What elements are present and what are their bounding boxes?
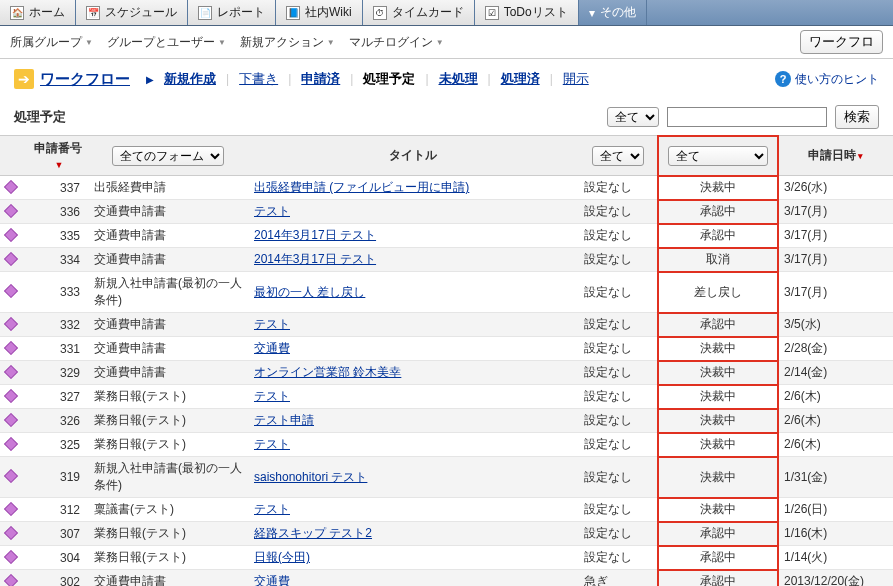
bullet-icon (4, 525, 18, 539)
table-row[interactable]: 312稟議書(テスト)テスト設定なし決裁中1/26(日) (0, 498, 893, 522)
row-title-link[interactable]: 交通費 (254, 574, 290, 586)
row-icon-cell (0, 248, 28, 272)
wf-menu-link[interactable]: 下書き (239, 70, 278, 88)
table-row[interactable]: 337出張経費申請出張経費申請 (ファイルビュー用に申請)設定なし決裁中3/26… (0, 176, 893, 200)
row-icon-cell (0, 337, 28, 361)
search-input[interactable] (667, 107, 827, 127)
row-title-link[interactable]: テスト申請 (254, 413, 314, 427)
table-row[interactable]: 326業務日報(テスト)テスト申請設定なし決裁中2/6(木) (0, 409, 893, 433)
table-row[interactable]: 302交通費申請書交通費急ぎ承認中2013/12/20(金) (0, 570, 893, 587)
row-number: 329 (28, 361, 88, 385)
row-title-link[interactable]: テスト (254, 204, 290, 218)
row-form: 交通費申請書 (88, 248, 248, 272)
row-form: 交通費申請書 (88, 361, 248, 385)
app-icon: ⏱ (373, 6, 387, 20)
app-icon: 📄 (198, 6, 212, 20)
status-filter-select[interactable]: 全て (668, 146, 768, 166)
nav-tab[interactable]: ☑ToDoリスト (475, 0, 579, 25)
row-date: 2/28(金) (778, 337, 893, 361)
col-setting[interactable]: 全て (578, 136, 658, 176)
nav-tab[interactable]: ▾その他 (579, 0, 647, 25)
setting-filter-select[interactable]: 全て (592, 146, 644, 166)
nav-tab[interactable]: ⏱タイムカード (363, 0, 475, 25)
table-row[interactable]: 329交通費申請書オンライン営業部 鈴木美幸設定なし決裁中2/14(金) (0, 361, 893, 385)
row-form: 業務日報(テスト) (88, 385, 248, 409)
wf-menu-link[interactable]: 処理済 (501, 70, 540, 88)
row-title-link[interactable]: オンライン営業部 鈴木美幸 (254, 365, 401, 379)
row-setting: 設定なし (578, 433, 658, 457)
top-filter-select[interactable]: 全て (607, 107, 659, 127)
row-icon-cell (0, 200, 28, 224)
row-title: saishonohitori テスト (248, 457, 578, 498)
row-title-link[interactable]: 2014年3月17日 テスト (254, 252, 376, 266)
bullet-icon (4, 388, 18, 402)
nav-tab[interactable]: 📄レポート (188, 0, 276, 25)
wf-menu-link[interactable]: 申請済 (301, 70, 340, 88)
table-row[interactable]: 325業務日報(テスト)テスト設定なし決裁中2/6(木) (0, 433, 893, 457)
subbar-item[interactable]: グループとユーザー ▼ (107, 34, 226, 51)
table-row[interactable]: 332交通費申請書テスト設定なし承認中3/5(水) (0, 313, 893, 337)
row-title: テスト (248, 200, 578, 224)
subbar-item[interactable]: 新規アクション ▼ (240, 34, 335, 51)
row-title: テスト (248, 385, 578, 409)
row-status: 承認中 (658, 224, 778, 248)
row-setting: 設定なし (578, 200, 658, 224)
nav-tab[interactable]: 📘社内Wiki (276, 0, 363, 25)
col-status[interactable]: 全て (658, 136, 778, 176)
workflow-title-link[interactable]: ワークフロー (40, 70, 130, 89)
table-row[interactable]: 333新規入社申請書(最初の一人条件)最初の一人 差し戻し設定なし差し戻し3/1… (0, 272, 893, 313)
row-number: 302 (28, 570, 88, 587)
row-form: 業務日報(テスト) (88, 409, 248, 433)
nav-tab[interactable]: 🏠ホーム (0, 0, 76, 25)
wf-menu-link[interactable]: 開示 (563, 70, 589, 88)
subbar-item[interactable]: マルチログイン ▼ (349, 34, 444, 51)
search-button[interactable]: 検索 (835, 105, 879, 129)
wf-menu-link[interactable]: 未処理 (439, 70, 478, 88)
row-title-link[interactable]: 最初の一人 差し戻し (254, 285, 365, 299)
bullet-icon (4, 549, 18, 563)
usage-hint[interactable]: ? 使い方のヒント (775, 71, 879, 88)
workflow-menu: ▶新規作成|下書き|申請済|処理予定|未処理|処理済|開示 (146, 70, 589, 88)
row-icon-cell (0, 385, 28, 409)
row-title-link[interactable]: テスト (254, 502, 290, 516)
table-row[interactable]: 334交通費申請書2014年3月17日 テスト設定なし取消3/17(月) (0, 248, 893, 272)
table-row[interactable]: 319新規入社申請書(最初の一人条件)saishonohitori テスト設定な… (0, 457, 893, 498)
nav-label: タイムカード (392, 4, 464, 21)
wf-menu-link[interactable]: 新規作成 (164, 70, 216, 88)
col-number[interactable]: 申請番号▼ (28, 136, 88, 176)
row-form: 交通費申請書 (88, 570, 248, 587)
workflow-button[interactable]: ワークフロ (800, 30, 883, 54)
row-title-link[interactable]: 経路スキップ テスト2 (254, 526, 372, 540)
nav-tab[interactable]: 📅スケジュール (76, 0, 188, 25)
table-row[interactable]: 327業務日報(テスト)テスト設定なし決裁中2/6(木) (0, 385, 893, 409)
table-row[interactable]: 336交通費申請書テスト設定なし承認中3/17(月) (0, 200, 893, 224)
table-row[interactable]: 331交通費申請書交通費設定なし決裁中2/28(金) (0, 337, 893, 361)
row-number: 334 (28, 248, 88, 272)
row-setting: 急ぎ (578, 570, 658, 587)
row-title-link[interactable]: 出張経費申請 (ファイルビュー用に申請) (254, 180, 469, 194)
row-title-link[interactable]: テスト (254, 437, 290, 451)
form-filter-select[interactable]: 全てのフォーム (112, 146, 224, 166)
row-title-link[interactable]: テスト (254, 389, 290, 403)
row-title-link[interactable]: saishonohitori テスト (254, 470, 367, 484)
row-status: 決裁中 (658, 409, 778, 433)
row-status: 承認中 (658, 522, 778, 546)
row-title-link[interactable]: 交通費 (254, 341, 290, 355)
row-title-link[interactable]: テスト (254, 317, 290, 331)
caret-icon: ▼ (218, 38, 226, 47)
row-title: 最初の一人 差し戻し (248, 272, 578, 313)
row-title: 出張経費申請 (ファイルビュー用に申請) (248, 176, 578, 200)
row-form: 新規入社申請書(最初の一人条件) (88, 457, 248, 498)
table-row[interactable]: 304業務日報(テスト)日報(今田)設定なし承認中1/14(火) (0, 546, 893, 570)
question-icon: ? (775, 71, 791, 87)
row-title-link[interactable]: 日報(今田) (254, 550, 310, 564)
col-date[interactable]: 申請日時▾ (778, 136, 893, 176)
table-row[interactable]: 335交通費申請書2014年3月17日 テスト設定なし承認中3/17(月) (0, 224, 893, 248)
subbar-item[interactable]: 所属グループ ▼ (10, 34, 93, 51)
table-row[interactable]: 307業務日報(テスト)経路スキップ テスト2設定なし承認中1/16(木) (0, 522, 893, 546)
row-title-link[interactable]: 2014年3月17日 テスト (254, 228, 376, 242)
row-icon-cell (0, 570, 28, 587)
row-title: オンライン営業部 鈴木美幸 (248, 361, 578, 385)
subbar-label: 新規アクション (240, 34, 324, 51)
col-form[interactable]: 全てのフォーム (88, 136, 248, 176)
